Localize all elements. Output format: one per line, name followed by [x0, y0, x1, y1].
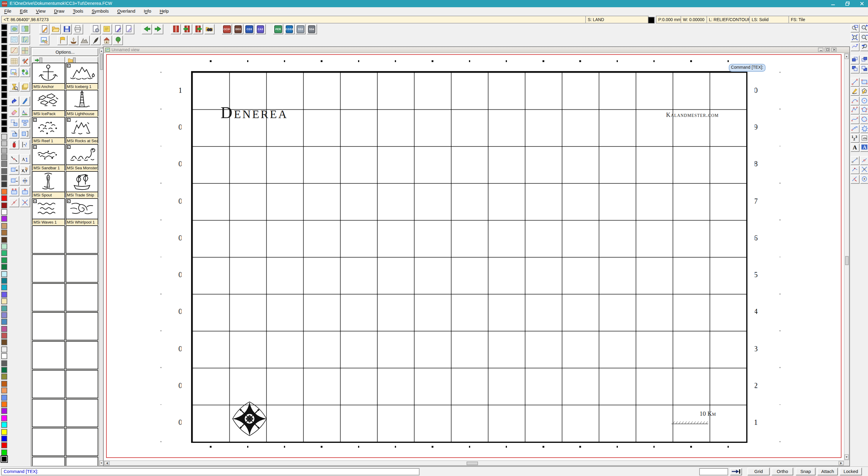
polygon-sketch-button[interactable]	[860, 87, 868, 96]
catalog-symbol[interactable]: +MSi Rocks at Sea 1	[65, 117, 98, 144]
maximize-icon[interactable]	[843, 0, 852, 7]
line-intersection-button[interactable]	[860, 165, 868, 174]
mountain-symbols-button[interactable]	[79, 35, 90, 45]
river-tool-button[interactable]	[20, 35, 30, 44]
intersect-tool-button[interactable]	[20, 197, 30, 207]
color-swatch[interactable]	[1, 346, 7, 352]
menu-tools[interactable]: Tools	[69, 7, 88, 15]
erase-tool-button[interactable]	[9, 107, 19, 117]
color-swatch[interactable]	[1, 415, 7, 421]
color-swatch[interactable]	[1, 51, 7, 57]
smooth-polygon-button[interactable]	[860, 115, 868, 124]
layer-indicator[interactable]: L: RELIEF/CONTOURS	[707, 16, 750, 24]
modify-node-button[interactable]	[850, 165, 859, 174]
catalog-symbol[interactable]: +MSi Sea Monster 1	[65, 144, 98, 170]
zoom-last-button[interactable]	[860, 42, 868, 51]
color-swatch[interactable]	[1, 244, 7, 249]
explode-tool-button[interactable]	[9, 139, 19, 150]
view-close-icon[interactable]	[831, 47, 837, 52]
color-swatch[interactable]	[1, 72, 7, 78]
numeric-entry-button[interactable]: 123	[850, 134, 859, 142]
bring-to-front-button[interactable]	[850, 56, 859, 64]
smooth-path-button[interactable]	[850, 115, 859, 124]
menu-draw[interactable]: Draw	[50, 7, 69, 15]
view-restore-icon[interactable]	[825, 47, 830, 52]
new-drawing-button[interactable]	[39, 24, 50, 34]
color-swatch[interactable]	[1, 223, 7, 229]
zoom-extents-button[interactable]	[850, 33, 859, 42]
color-swatch[interactable]	[1, 326, 7, 332]
move-tool-button[interactable]	[9, 129, 19, 138]
color-swatch[interactable]	[1, 394, 7, 401]
color-swatch[interactable]	[1, 168, 7, 174]
catalog-symbol[interactable]: +MSi Whirlpool 1	[65, 198, 98, 225]
command-send-button[interactable]	[730, 468, 742, 475]
ortho-toggle-button[interactable]: Ortho	[772, 468, 793, 475]
save-drawing-button[interactable]	[61, 24, 72, 34]
command-input[interactable]	[699, 468, 728, 475]
hscroll-thumb[interactable]	[467, 461, 478, 465]
align-tool-button[interactable]	[20, 118, 30, 128]
scroll-left-icon[interactable]: ◀	[104, 461, 110, 465]
addon-ca3-button[interactable]: CA3	[255, 24, 266, 34]
view-minimize-icon[interactable]	[818, 47, 824, 52]
color-swatch[interactable]	[1, 250, 7, 256]
split-line-button[interactable]	[850, 175, 859, 184]
edit-node-button[interactable]	[860, 156, 868, 165]
catalog-symbol[interactable]: +MSi Reef 1	[32, 117, 65, 144]
expand-collection-icon[interactable]: +	[33, 145, 37, 149]
catalog-symbol[interactable]: +MSi Sandbar 1	[32, 144, 65, 170]
zoom-wait-tool-button[interactable]	[9, 82, 19, 92]
symbol-catalog-book-button[interactable]	[170, 24, 181, 34]
catalog-export-button[interactable]	[193, 24, 203, 34]
color-swatch[interactable]	[1, 456, 7, 462]
color-swatch[interactable]	[1, 401, 7, 407]
contours-tool-button[interactable]	[9, 35, 19, 44]
break-line-tool-button[interactable]	[9, 197, 19, 207]
menu-info[interactable]: Info	[140, 7, 156, 15]
color-swatch[interactable]	[1, 65, 7, 71]
attach-toggle-button[interactable]: Attach	[817, 468, 838, 475]
fractal-path-button[interactable]	[850, 124, 859, 133]
catalog-symbol[interactable]: +MSi Waves 1	[32, 198, 65, 225]
redraw-button[interactable]	[850, 42, 859, 51]
color-swatch[interactable]	[1, 443, 7, 449]
color-swatch[interactable]	[1, 175, 7, 181]
drawing-tools-2-button[interactable]	[124, 24, 134, 34]
color-swatch[interactable]	[1, 93, 7, 98]
color-swatch[interactable]	[1, 305, 7, 311]
color-swatch[interactable]	[1, 216, 7, 222]
color-swatch[interactable]	[1, 264, 7, 270]
draw-text-button[interactable]: A	[850, 143, 859, 152]
feather-symbols-button[interactable]	[90, 35, 101, 45]
node-insert-tool-button[interactable]	[9, 165, 19, 175]
color-swatch[interactable]	[1, 189, 7, 195]
addon-ss4-button[interactable]: SS4	[307, 24, 317, 34]
print-drawing-button[interactable]	[73, 24, 83, 34]
catalog-scroll-thumb[interactable]	[100, 54, 103, 70]
expand-collection-icon[interactable]: +	[33, 199, 37, 203]
addon-cos3-button[interactable]: COS3	[284, 24, 294, 34]
terrain-tool-button[interactable]	[20, 45, 30, 56]
draw-polygon-button[interactable]	[860, 106, 868, 115]
open-drawing-button[interactable]	[50, 24, 61, 34]
catalog-symbol[interactable]: MSi Spout	[32, 171, 65, 198]
color-swatch[interactable]	[1, 429, 7, 435]
coastline-tool-button[interactable]	[20, 24, 30, 34]
color-swatch[interactable]	[1, 319, 7, 325]
previous-map-button[interactable]	[142, 24, 152, 34]
scale-tool-button[interactable]	[20, 129, 30, 138]
catalog-scrollbar[interactable]: ▲ ▼	[99, 48, 103, 466]
color-swatch[interactable]	[1, 182, 7, 188]
drawing-tools-button[interactable]	[113, 24, 123, 34]
ship-symbols-button[interactable]	[68, 35, 79, 45]
grid-toggle-button[interactable]: Grid	[747, 468, 770, 475]
menu-file[interactable]: File	[0, 7, 16, 15]
color-swatch[interactable]	[1, 353, 7, 359]
symbol-style-tool-button[interactable]	[9, 67, 19, 77]
width-indicator[interactable]: W: 0.00000	[681, 16, 708, 24]
stretch-tool-button[interactable]	[9, 154, 19, 164]
color-swatch[interactable]	[1, 340, 7, 346]
catalog-import-button[interactable]	[182, 24, 192, 34]
draw-arc-button[interactable]	[850, 96, 859, 105]
